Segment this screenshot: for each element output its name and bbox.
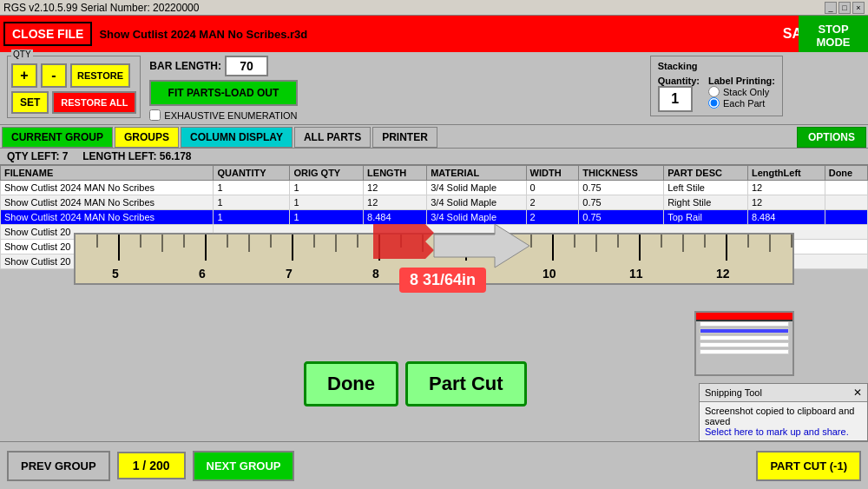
svg-text:5: 5 [112,267,119,281]
tab-current-group[interactable]: CURRENT GROUP [2,127,113,148]
tab-groups[interactable]: GROUPS [115,127,179,148]
each-part-radio[interactable] [708,97,720,109]
exhaustive-label: EXHAUSTIVE ENUMERATION [164,110,297,121]
tab-all-parts[interactable]: ALL PARTS [294,127,371,148]
close-file-button[interactable]: CLOSE FILE [3,22,92,46]
stack-only-radio[interactable] [708,86,720,97]
page-indicator: 1 / 200 [117,452,186,479]
restore-button[interactable]: RESTORE [70,63,130,88]
set-button[interactable]: SET [11,91,49,114]
stacking-quantity-input[interactable] [658,86,693,112]
cell-qty: 1 [214,210,290,225]
cell-width: 0 [526,181,579,195]
tab-column-display[interactable]: COLUMN DISPLAY [181,127,293,148]
next-group-button[interactable]: NEXT GROUP [193,451,295,481]
cell-filename: Show Cutlist 2024 MAN No Scribes [1,181,214,195]
cell-length: 12 [364,181,427,195]
cell-length-left: 12 [747,181,825,195]
table-row[interactable]: Show Cutlist 2024 MAN No Scribes 1 1 12 … [1,181,868,195]
cell-filename: Show Cutlist 2024 MAN No Scribes [1,195,214,210]
cell-done [825,195,867,210]
qty-left: QTY LEFT: 7 [7,150,68,162]
stacking-label: Stacking [658,61,698,71]
bar-length-label: BAR LENGTH: [149,60,221,72]
prev-group-button[interactable]: PREV GROUP [7,451,110,481]
cell-orig-qty: 1 [290,210,364,225]
bottom-bar: PREV GROUP 1 / 200 NEXT GROUP PART CUT (… [0,441,868,489]
mini-thumbnail [694,311,794,376]
cell-part-desc: Left Stile [664,181,748,195]
table-row[interactable]: Show Cutlist 2024 MAN No Scribes 1 1 12 … [1,195,868,210]
restore-all-button[interactable]: RESTORE ALL [52,91,136,114]
part-cut-button[interactable]: Part Cut [405,361,527,406]
cell-filename: Show Cutlist 2024 MAN No Scribes [1,210,214,225]
bar-section: BAR LENGTH: FIT PARTS-LOAD OUT EXHAUSTIV… [149,56,297,121]
header-bar: CLOSE FILE Show Cutlist 2024 MAN No Scri… [0,16,868,52]
cell-width: 2 [526,195,579,210]
file-name-label: Show Cutlist 2024 MAN No Scribes.r3d [99,28,775,41]
close-window-button[interactable]: × [852,2,865,14]
qty-plus-button[interactable]: + [11,63,37,88]
cell-part-desc: Top Rail [664,210,748,225]
col-length: LENGTH [364,166,427,181]
cell-done [825,181,867,195]
col-filename: FILENAME [1,166,214,181]
cell-qty: 1 [214,181,290,195]
snipping-message: Screenshot copied to clipboard and saved [705,406,862,426]
controls-area: QTY + - RESTORE SET RESTORE ALL BAR LENG… [0,52,868,125]
svg-text:12: 12 [716,267,730,281]
stop-mode-button[interactable]: STOP MODE [799,16,868,56]
snipping-tool-popup: Snipping Tool ✕ Screenshot copied to cli… [699,383,868,441]
cell-length: 12 [364,195,427,210]
app-title: RGS v2.10.5.99 Serial Number: 20220000 [3,2,199,14]
svg-text:7: 7 [286,267,293,281]
col-part-desc: PART DESC [664,166,748,181]
measurement-label: 8 31/64in [399,268,486,293]
options-button[interactable]: OPTIONS [797,127,866,148]
stacking-quantity-label: Quantity: [658,76,700,86]
cell-material: 3/4 Solid Maple [427,181,526,195]
col-width: WIDTH [526,166,579,181]
cell-qty: 1 [214,195,290,210]
stacking-box: Stacking Quantity: Label Printing: Stack… [650,56,783,116]
snipping-body[interactable]: Screenshot copied to clipboard and saved… [700,402,867,440]
fit-parts-button[interactable]: FIT PARTS-LOAD OUT [149,80,297,106]
stack-only-label: Stack Only [723,87,769,97]
cell-thickness: 0.75 [579,195,664,210]
col-done: Done [825,166,867,181]
col-length-left: LengthLeft [747,166,825,181]
qty-group: QTY + - RESTORE SET RESTORE ALL [7,56,141,118]
cell-part-desc: Right Stile [664,195,748,210]
title-bar: RGS v2.10.5.99 Serial Number: 20220000 _… [0,0,868,16]
done-button[interactable]: Done [304,361,398,406]
svg-text:11: 11 [629,267,643,281]
cell-material: 3/4 Solid Maple [427,195,526,210]
action-buttons: Done Part Cut [304,361,527,406]
status-row: QTY LEFT: 7 LENGTH LEFT: 56.178 [0,149,868,165]
qty-group-label: QTY [11,50,33,59]
snipping-sub-message: Select here to mark up and share. [705,426,862,437]
each-part-label: Each Part [723,98,765,109]
cell-length-left: 12 [747,195,825,210]
qty-minus-button[interactable]: - [41,63,67,88]
cell-thickness: 0.75 [579,181,664,195]
snipping-close-button[interactable]: ✕ [853,387,862,399]
svg-marker-42 [373,224,434,259]
tabs-row: CURRENT GROUP GROUPS COLUMN DISPLAY ALL … [0,125,868,149]
col-quantity: QUANTITY [214,166,290,181]
cell-orig-qty: 1 [290,195,364,210]
exhaustive-checkbox[interactable] [149,109,161,121]
cell-done [825,210,867,225]
svg-text:6: 6 [199,267,206,281]
part-cut-bottom-button[interactable]: PART CUT (-1) [756,451,861,481]
cell-orig-qty: 1 [290,181,364,195]
window-controls[interactable]: _ □ × [825,2,865,14]
maximize-button[interactable]: □ [838,2,851,14]
tab-printer[interactable]: PRINTER [372,127,437,148]
svg-marker-43 [434,224,529,268]
length-left: LENGTH LEFT: 56.178 [82,150,191,162]
col-thickness: THICKNESS [579,166,664,181]
snipping-title: Snipping Tool [705,387,762,398]
minimize-button[interactable]: _ [825,2,837,14]
bar-length-input[interactable] [225,56,268,76]
